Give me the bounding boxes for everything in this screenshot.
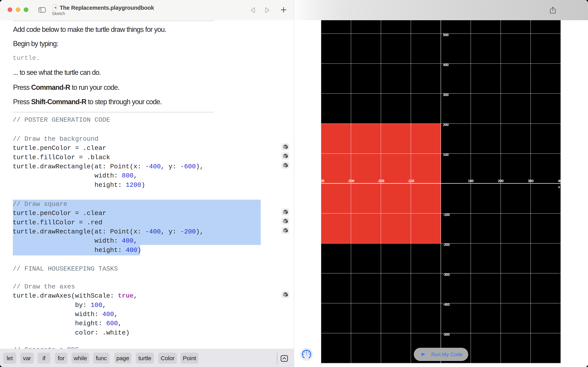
svg-text:100: 100 [443,153,449,157]
svg-text:100: 100 [468,179,474,183]
svg-text:200: 200 [443,123,449,127]
svg-text:-500: -500 [443,333,450,336]
svg-text:-100: -100 [443,213,450,217]
svg-text:-100: -100 [408,179,414,183]
svg-text:-200: -200 [378,179,384,183]
svg-text:300: 300 [443,93,449,97]
svg-text:500: 500 [443,33,449,37]
svg-text:200: 200 [498,179,504,183]
svg-text:-400: -400 [443,303,450,307]
svg-text:x: x [558,185,560,189]
svg-text:300: 300 [528,179,534,183]
svg-text:400: 400 [443,63,449,67]
svg-text:-600: -600 [443,363,450,363]
svg-text:400: 400 [558,179,561,183]
svg-text:-400: -400 [321,179,324,183]
svg-text:-200: -200 [443,243,450,247]
svg-text:-300: -300 [348,179,354,183]
svg-text:-300: -300 [443,273,450,277]
